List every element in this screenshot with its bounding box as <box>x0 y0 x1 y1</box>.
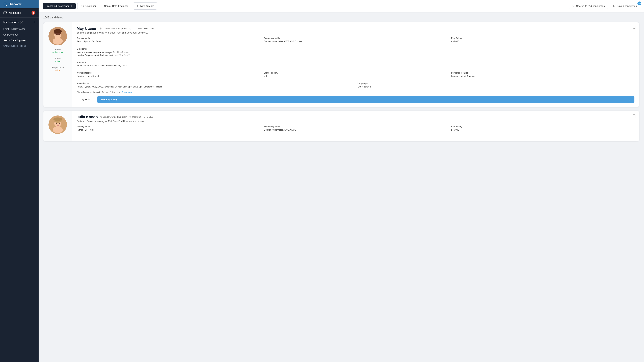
exp-salary-may: Exp. Salary £95,000 <box>451 37 634 42</box>
skills-grid-julia: Primary skills Python, Go, Ruby Secondar… <box>77 125 634 131</box>
skills-grid-may: Primary skills React, Python, Go, Ruby S… <box>77 37 634 42</box>
education-label: Education <box>77 61 634 64</box>
work-elig-value: UK <box>264 75 447 77</box>
pref-loc-label: Preferred locations <box>451 72 634 74</box>
experience-may: Experience Senior Software Engineer at G… <box>77 48 634 56</box>
candidate-name-may: May Utamin <box>77 26 97 31</box>
my-positions-header: My Positions ? + <box>0 17 38 25</box>
clock-icon-julia <box>129 116 132 118</box>
show-more-link[interactable]: Show more <box>122 91 132 93</box>
candidates-count: 1045 candidates <box>43 16 639 19</box>
position-list: Front End Developer Go Developer Senior … <box>0 25 38 43</box>
search-candidates-button[interactable]: Search 11614 candidates <box>569 3 608 9</box>
location-icon-julia <box>100 116 102 118</box>
gear-icon: ⚙ <box>70 4 72 7</box>
show-paused-positions[interactable]: Show paused positions <box>0 43 38 50</box>
svg-point-18 <box>53 117 62 121</box>
languages-may: Languages English (fluent) <box>358 82 634 88</box>
clock-icon <box>129 27 131 30</box>
edu-year: 2017 <box>122 64 127 67</box>
timezone-julia: UTC 1:00 – UTC 3:00 <box>129 116 153 118</box>
preferred-locations-may: Preferred locations London, United Kingd… <box>451 72 634 77</box>
messages-icon <box>3 11 7 15</box>
sidebar-item-frontend[interactable]: Front End Developer <box>0 26 38 32</box>
conversation-text: Started conversation with Twitter <box>77 91 108 93</box>
sidebar-item-go[interactable]: Go Developer <box>0 32 38 37</box>
card-left-may: Active active now Status active Responds… <box>44 22 72 107</box>
active-status-block: Active active now <box>52 48 63 55</box>
my-positions-label: My Positions <box>3 21 18 24</box>
conversation-time: 3 days ago <box>110 91 120 93</box>
tab-frontend-developer[interactable]: Front End Developer ⚙ <box>42 3 76 9</box>
plus-icon: ＋ <box>136 4 139 8</box>
hand-icon <box>82 98 84 101</box>
svg-point-10 <box>56 34 57 35</box>
candidate-header-julia: Julia Kondo London, United Kingdom UTC 1… <box>77 115 634 119</box>
exp-salary-label-julia: Exp. Salary <box>451 125 634 128</box>
secondary-skills-julia: Secondary skills Docker, Kubernetes, AWS… <box>264 125 447 131</box>
exp-salary-value: £95,000 <box>451 40 634 42</box>
location-julia: London, United Kingdom <box>100 116 127 118</box>
svg-point-16 <box>53 126 63 133</box>
tab-go-developer[interactable]: Go Developer <box>77 3 99 9</box>
sidebar-discover-label: Discover <box>9 2 22 6</box>
hide-button-may[interactable]: Hide <box>77 96 95 103</box>
candidate-tagline-may: Software Engineer looking for Senior Fro… <box>77 31 634 34</box>
card-right-may: May Utamin London, United Kingdom UTC -2… <box>72 22 639 107</box>
bookmark-button-may[interactable] <box>632 26 636 30</box>
status-value: active <box>54 60 61 62</box>
divider-2 <box>77 59 634 59</box>
avatar-julia <box>48 115 67 134</box>
conversation-row-may: Started conversation with Twitter 3 days… <box>77 91 634 93</box>
tab-new-stream[interactable]: ＋ New Stream <box>133 2 157 9</box>
candidate-card-may-utamin: Active active now Status active Responds… <box>43 22 639 107</box>
help-icon[interactable]: ? <box>20 21 23 24</box>
pref-loc-value: London, United Kingdom <box>451 75 634 77</box>
add-position-icon[interactable]: + <box>33 20 35 24</box>
languages-label: Languages <box>358 82 634 84</box>
saved-candidates-button[interactable]: Saved candidates 118 <box>610 3 640 9</box>
exp-date-0: Jan '22 to Present <box>113 51 129 54</box>
work-elig-label: Work eligibility <box>264 72 447 74</box>
exp-salary-label: Exp. Salary <box>451 37 634 39</box>
svg-line-1 <box>6 5 7 6</box>
bookmark-button-julia[interactable] <box>632 114 636 119</box>
work-preference-may: Work preference On-site, Hybrid, Remote <box>77 72 260 77</box>
exp-role-0: Senior Software Engineer at Google <box>77 51 112 54</box>
responds-block: Responds in 48m <box>52 66 64 73</box>
exp-salary-value-julia: £75,000 <box>451 129 634 131</box>
card-actions-may: Hide Message May ⌄ <box>77 96 634 103</box>
svg-point-11 <box>59 34 60 35</box>
interests-grid-may: Interested in React, Python, Java, AWS, … <box>77 82 634 88</box>
work-grid-may: Work preference On-site, Hybrid, Remote … <box>77 72 634 77</box>
candidates-content: 1045 candidates <box>38 12 644 362</box>
main-content: Front End Developer ⚙ Go Developer Senio… <box>38 0 644 362</box>
status-label: Status <box>54 57 61 60</box>
primary-skills-value-julia: Python, Go, Ruby <box>77 129 260 131</box>
status-block: Status active <box>54 57 61 64</box>
svg-point-19 <box>56 123 57 124</box>
saved-badge: 118 <box>638 1 641 5</box>
discover-icon <box>3 2 7 6</box>
tab-senior-data-engineer[interactable]: Senior Data Engineer <box>101 3 131 9</box>
sidebar-item-messages[interactable]: Messages 1 <box>0 8 38 17</box>
message-button-may[interactable]: Message May ⌄ <box>97 96 634 103</box>
top-navigation: Front End Developer ⚙ Go Developer Senio… <box>38 0 644 12</box>
primary-skills-label: Primary skills <box>77 37 260 39</box>
secondary-skills-may: Secondary skills Docker, Kubernetes, AWS… <box>264 37 447 42</box>
svg-line-4 <box>574 6 575 7</box>
secondary-skills-value: Docker, Kubernetes, AWS, CI/CD, Java <box>264 40 447 42</box>
responds-label: Responds in <box>52 66 64 69</box>
primary-skills-label-julia: Primary skills <box>77 125 260 128</box>
exp-role-1: Head of Engineering at Rockstar North <box>77 54 114 56</box>
location-icon <box>100 27 102 30</box>
sidebar-item-senior-data[interactable]: Senior Data Engineer <box>0 37 38 43</box>
exp-salary-julia: Exp. Salary £75,000 <box>451 125 634 131</box>
active-value: active now <box>52 51 63 53</box>
card-right-julia: Julia Kondo London, United Kingdom UTC 1… <box>72 111 639 141</box>
candidate-card-julia-kondo: Julia Kondo London, United Kingdom UTC 1… <box>43 111 639 141</box>
sidebar-item-discover[interactable]: Discover <box>0 0 38 8</box>
card-left-julia <box>44 111 72 141</box>
search-icon <box>572 5 575 7</box>
svg-point-12 <box>100 28 101 28</box>
